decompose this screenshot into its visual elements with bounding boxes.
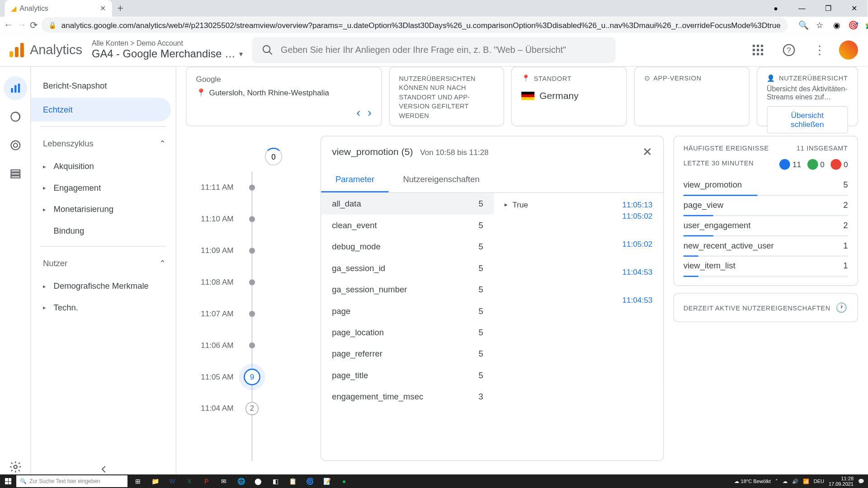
history-icon[interactable]: 🕐 (835, 302, 848, 313)
weather-widget[interactable]: ☁ 18°C Bewölkt (734, 479, 770, 484)
event-timestamp[interactable]: 11:05:02 (623, 239, 653, 249)
unknown-button[interactable]: ● (763, 0, 789, 17)
maximize-button[interactable]: ❐ (815, 0, 841, 17)
reload-button[interactable]: ⟳ (30, 17, 38, 33)
parameter-row[interactable]: page_referrer5 (321, 343, 494, 364)
search-input[interactable] (281, 45, 606, 55)
event-row[interactable]: view_promotion5 (684, 176, 848, 194)
timeline-marker (249, 310, 255, 316)
parameter-row[interactable]: clean_event5 (321, 214, 494, 235)
standort-card[interactable]: 📍STANDORT Germany (511, 67, 627, 127)
nav-tech[interactable]: ▸Techn. (31, 296, 176, 318)
start-button[interactable] (0, 474, 16, 488)
help-icon[interactable]: ? (777, 38, 801, 62)
timeline-row[interactable]: 11:07 AM (186, 298, 311, 329)
timeline-row[interactable]: 11:09 AM (186, 235, 311, 266)
tray-clock[interactable]: 11:28 17.09.2021 (829, 476, 854, 487)
notifications-icon[interactable]: 💬 (858, 479, 864, 484)
parameter-row[interactable]: page_title5 (321, 365, 494, 386)
taskbar-search[interactable]: 🔍Zur Suche Text hier eingeben (16, 475, 127, 487)
parameter-row[interactable]: all_data5 (321, 193, 494, 214)
nav-section-user[interactable]: Nutzer ⌃ (31, 251, 176, 275)
tray-chevron-icon[interactable]: ˄ (775, 479, 778, 484)
parameter-row[interactable]: debug_mode5 (321, 236, 494, 257)
app-icon[interactable]: 📋 (284, 474, 301, 488)
star-icon[interactable]: ☆ (813, 18, 827, 33)
explorer-icon[interactable]: 📁 (146, 474, 164, 488)
event-row[interactable]: user_engagement2 (684, 216, 848, 234)
nav-section-lifecycle[interactable]: Lebenszyklus ⌃ (31, 131, 176, 155)
nav-acquisition[interactable]: ▸Akquisition (31, 155, 176, 177)
minimize-button[interactable]: — (789, 0, 815, 17)
parameter-row[interactable]: ga_session_id5 (321, 257, 494, 278)
event-timestamp[interactable]: 11:04:53 (623, 296, 653, 305)
notepad-icon[interactable]: 📝 (318, 474, 335, 488)
timeline-row[interactable]: 11:10 AM (186, 203, 311, 235)
more-icon[interactable]: ⋮ (808, 38, 832, 62)
chevron-right-icon[interactable]: ▸ (505, 201, 508, 207)
forward-button[interactable]: → (17, 17, 26, 33)
analytics-logo[interactable]: Analytics (9, 42, 82, 57)
tab-parameter[interactable]: Parameter (321, 167, 388, 192)
timeline-row[interactable]: 11:05 AM9 (186, 361, 311, 393)
close-window-button[interactable]: ✕ (841, 0, 868, 17)
chrome-icon[interactable]: 🌐 (232, 474, 250, 488)
close-icon[interactable]: ✕ (100, 4, 106, 12)
browser-tab[interactable]: ◢ Analytics ✕ (5, 0, 112, 17)
event-timestamp[interactable]: 11:05:02 (623, 211, 653, 221)
property-selector[interactable]: Alle Konten > Demo Account GA4 - Google … (92, 39, 243, 60)
excel-icon[interactable]: X (181, 474, 198, 488)
nav-realtime[interactable]: Echtzeit (31, 98, 171, 122)
nav-engagement[interactable]: ▸Engagement (31, 177, 176, 198)
event-row[interactable]: page_view2 (684, 196, 848, 214)
onedrive-icon[interactable]: ☁ (783, 479, 788, 484)
prev-button[interactable]: ‹ (356, 106, 360, 120)
event-timestamp[interactable]: 11:05:13 (623, 200, 653, 209)
mail-icon[interactable]: ✉ (215, 474, 232, 488)
apps-icon[interactable] (746, 38, 770, 62)
nav-retention[interactable]: Bindung (31, 220, 176, 241)
nav-monetization[interactable]: ▸Monetarisierung (31, 198, 176, 220)
zoom-icon[interactable]: 🔍 (796, 18, 811, 33)
obs-icon[interactable]: ⬤ (250, 474, 267, 488)
edge-icon[interactable]: 🌀 (301, 474, 318, 488)
parameter-row[interactable]: ga_session_number5 (321, 279, 494, 300)
wifi-icon[interactable]: 📶 (803, 479, 809, 484)
nav-snapshot[interactable]: Bericht-Snapshot (31, 74, 171, 98)
rail-configure[interactable] (3, 162, 27, 186)
powerpoint-icon[interactable]: P (198, 474, 215, 488)
word-icon[interactable]: W (164, 474, 181, 488)
event-row[interactable]: view_item_list1 (684, 257, 848, 275)
avatar[interactable] (839, 40, 858, 59)
timeline-row[interactable]: 11:08 AM (186, 266, 311, 298)
next-button[interactable]: › (368, 106, 372, 120)
parameter-row[interactable]: page5 (321, 300, 494, 321)
search-bar[interactable] (252, 37, 616, 63)
address-bar[interactable]: 🔒 analytics.google.com/analytics/web/#/p… (41, 17, 788, 33)
rail-explore[interactable] (3, 105, 27, 129)
back-button[interactable]: ← (4, 17, 13, 33)
new-tab-button[interactable]: + (112, 0, 129, 17)
timeline-row[interactable]: 11:06 AM (186, 329, 311, 361)
app-version-card[interactable]: ⊙APP-VERSION (634, 67, 749, 127)
language-indicator[interactable]: DEU (814, 479, 824, 484)
close-overview-button[interactable]: Übersicht schließen (767, 106, 848, 134)
volume-icon[interactable]: 🔊 (792, 479, 798, 484)
extensions-icon[interactable]: 🧩 (863, 18, 868, 33)
task-view-icon[interactable]: ⊞ (129, 474, 146, 488)
tab-user-properties[interactable]: Nutzereigenschaften (389, 167, 494, 192)
nav-demographics[interactable]: ▸Demografische Merkmale (31, 275, 176, 296)
extension-icon[interactable]: ◉ (830, 18, 844, 33)
event-row[interactable]: new_recent_active_user1 (684, 236, 848, 254)
parameter-row[interactable]: engagement_time_msec3 (321, 386, 494, 407)
close-icon[interactable]: ✕ (642, 145, 652, 159)
app-icon[interactable]: ◧ (267, 474, 284, 488)
timeline-row[interactable]: 11:11 AM (186, 172, 311, 203)
extension-icon[interactable]: 🎯 (846, 18, 861, 33)
event-timestamp[interactable]: 11:04:53 (623, 267, 653, 277)
parameter-row[interactable]: page_location5 (321, 322, 494, 343)
rail-reports[interactable] (3, 76, 27, 100)
rail-advertising[interactable] (3, 133, 27, 157)
timeline-row[interactable]: 11:04 AM2 (186, 393, 311, 424)
spotify-icon[interactable]: ● (335, 474, 353, 488)
